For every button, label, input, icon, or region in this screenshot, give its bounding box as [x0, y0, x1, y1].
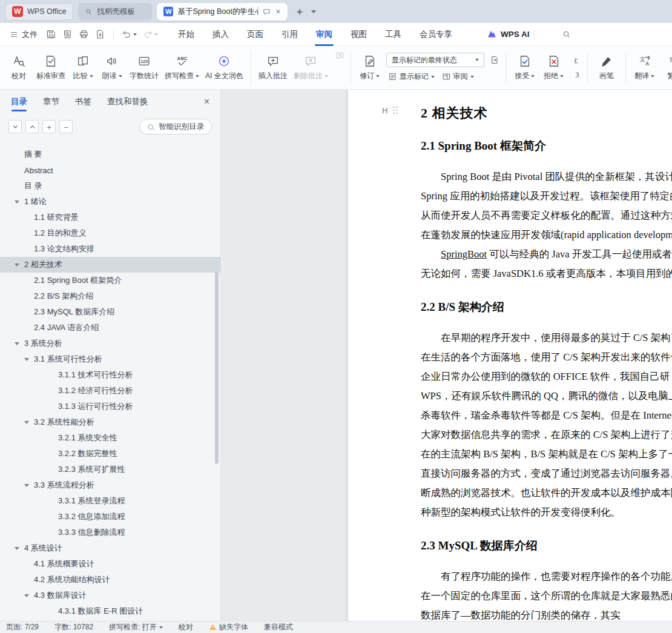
sidebar-tab[interactable]: 目录 — [11, 90, 27, 114]
menu-tab[interactable]: 开始 — [169, 23, 203, 46]
toc-item[interactable]: 摘 要 — [0, 147, 220, 162]
compat-mode-indicator[interactable]: 兼容模式 — [264, 622, 293, 632]
expand-arrow-icon[interactable] — [24, 295, 34, 298]
menu-tab[interactable]: 审阅 — [307, 23, 341, 46]
doc-heading[interactable]: 2.3 MySQL 数据库介绍 — [421, 538, 672, 554]
doc-text-line[interactable]: 断成熟的浏览器技术。也让软件的开发成本以及维护成本降 — [421, 483, 672, 503]
expand-arrow-icon[interactable] — [24, 232, 34, 235]
sidebar-scrollbar[interactable] — [215, 271, 219, 464]
toc-item[interactable]: 3.3.2 信息添加流程 — [0, 509, 220, 525]
markup-state-dropdown[interactable]: 显示标记的最终状态 — [386, 53, 484, 67]
toc-item[interactable]: 4.1 系统概要设计 — [0, 556, 220, 572]
toc-item[interactable]: 1.1 研究背景 — [0, 210, 220, 225]
expand-arrow-icon[interactable] — [24, 578, 34, 582]
document-page[interactable]: H 2 相关技术2.1 Spring Boot 框架简介Spring Boot … — [348, 90, 672, 621]
toc-item[interactable]: Abstract — [0, 162, 220, 178]
print-preview-button[interactable] — [60, 27, 75, 42]
previous-change-button[interactable] — [570, 56, 583, 66]
expand-arrow-icon[interactable] — [15, 169, 24, 172]
smart-toc-button[interactable]: 智能识别目录 — [139, 119, 212, 134]
toc-item[interactable]: 3.3.3 信息删除流程 — [0, 525, 220, 540]
toc-item[interactable]: 4.3 数据库设计 — [0, 588, 220, 603]
menu-tab[interactable]: 引用 — [272, 23, 307, 46]
undo-chevron-icon[interactable] — [133, 33, 137, 36]
doc-text-line[interactable]: 从而使开发人员不再需要定义样板化的配置。通过这种方式， — [421, 206, 672, 225]
home-tab[interactable]: W WPS Office — [5, 3, 73, 21]
standard-review-button[interactable]: 标准审查 — [33, 51, 68, 84]
toc-item[interactable]: 1.2 目的和意义 — [0, 225, 220, 241]
toc-item[interactable]: 4.2 系统功能结构设计 — [0, 572, 220, 588]
doc-text-line[interactable]: 在一个固定的仓库里面，这个所谓的仓库就是大家最熟悉的 — [421, 586, 672, 606]
redo-button[interactable] — [140, 27, 160, 42]
expand-arrow-icon[interactable] — [48, 468, 58, 471]
toc-item[interactable]: 2 相关技术 — [0, 257, 220, 273]
sidebar-tab[interactable]: 查找和替换 — [107, 90, 148, 114]
reject-button[interactable]: 拒绝 — [539, 51, 568, 84]
toc-item[interactable]: 3.1 系统可行性分析 — [0, 351, 220, 367]
underlined-text[interactable]: SpringBoot — [441, 248, 487, 260]
proofread-status[interactable]: 校对 — [179, 622, 193, 632]
doc-text-line[interactable]: Spring 应用的初始搭建以及开发过程。该框架使用了特定的 — [421, 187, 672, 206]
doc-text-line[interactable]: 杀毒软件，瑞金杀毒软件等都是 C/S 架构。但是在 Internet 网 — [421, 406, 672, 425]
expand-arrow-icon[interactable] — [15, 263, 24, 267]
close-tab-icon[interactable]: × — [275, 7, 281, 16]
expand-all-button[interactable] — [8, 120, 22, 133]
menu-tab[interactable]: 工具 — [376, 23, 410, 46]
doc-text-line[interactable]: 企业日常办公使用到的微软的 OFFICE 软件，我国自己研 — [421, 367, 672, 386]
toc-item[interactable]: 4.3.1 数据库 E-R 图设计 — [0, 603, 220, 619]
doc-text-line[interactable]: 大家对数据信息共享的需求，在原来的 C/S 架构上进行了升级 — [421, 425, 672, 445]
toc-item[interactable]: 1.3 论文结构安排 — [0, 241, 220, 257]
next-change-button[interactable] — [570, 70, 583, 80]
expand-arrow-icon[interactable] — [24, 216, 34, 219]
expand-arrow-icon[interactable] — [48, 452, 58, 456]
toc-item[interactable]: 3.1.3 运行可行性分析 — [0, 399, 220, 414]
translate-button[interactable]: 文A 翻译 — [630, 51, 659, 84]
page-indicator[interactable]: 页面: 7/29 — [6, 622, 39, 632]
collapse-all-button[interactable] — [25, 120, 39, 133]
menu-tab[interactable]: 插入 — [203, 23, 238, 46]
document-tab[interactable]: W 基于Spring Boot的学生心理 × — [157, 3, 288, 21]
toc-item[interactable]: 2.4 JAVA 语言介绍 — [0, 320, 220, 336]
expand-arrow-icon[interactable] — [48, 389, 58, 393]
doc-text-line[interactable]: WPS，还有娱乐软件腾讯的 QQ，腾讯的微信，以及电脑上安 — [421, 386, 672, 406]
next-comment-button[interactable] — [333, 50, 346, 61]
search-button[interactable] — [562, 30, 572, 39]
spell-check-status[interactable]: 拼写检查: 打开 — [109, 622, 163, 632]
expand-arrow-icon[interactable] — [48, 437, 58, 440]
expand-arrow-icon[interactable] — [48, 500, 58, 503]
wps-ai-button[interactable]: WPS AI — [487, 29, 530, 39]
toc-item[interactable]: 3.1.1 技术可行性分析 — [0, 367, 220, 383]
expand-arrow-icon[interactable] — [15, 153, 24, 156]
proofread-button[interactable]: 校对 — [4, 51, 33, 84]
expand-arrow-icon[interactable] — [24, 594, 34, 597]
expand-arrow-icon[interactable] — [24, 279, 34, 282]
toc-item[interactable]: 3.2.1 系统安全性 — [0, 430, 220, 446]
delete-comment-button[interactable]: 删除批注 — [291, 51, 331, 84]
expand-arrow-icon[interactable] — [15, 201, 24, 204]
expand-arrow-icon[interactable] — [48, 610, 58, 613]
expand-arrow-icon[interactable] — [24, 484, 34, 487]
word-count-button[interactable]: 123 字数统计 — [127, 51, 162, 84]
ai-polish-button[interactable]: AI 全文润色 — [202, 51, 246, 84]
convert-simplified-traditional-button[interactable]: 简 繁 — [659, 51, 672, 84]
expand-arrow-icon[interactable] — [24, 421, 34, 424]
menu-tab[interactable]: 会员专享 — [410, 23, 461, 46]
toc-item[interactable]: 3.1.2 经济可行性分析 — [0, 383, 220, 399]
expand-arrow-icon[interactable] — [15, 547, 24, 550]
print-button[interactable] — [76, 27, 91, 42]
compare-button[interactable]: 比较 — [68, 51, 97, 84]
read-aloud-button[interactable]: 朗读 — [97, 51, 127, 84]
zoom-out-toc-button[interactable]: － — [59, 120, 73, 133]
expand-arrow-icon[interactable] — [24, 326, 34, 330]
insert-comment-button[interactable]: 插入批注 — [255, 51, 291, 84]
doc-text-line[interactable]: Spring Boot 是由 Pivotal 团队提供的全新框架，其设计 — [421, 167, 672, 187]
expand-arrow-icon[interactable] — [15, 185, 24, 188]
review-pane-button[interactable]: 审阅 — [440, 71, 476, 82]
tab-list-chevron-icon[interactable] — [311, 10, 316, 13]
toc-item[interactable]: 3.3 系统流程分析 — [0, 477, 220, 493]
toc-item[interactable]: 3.3.1 系统登录流程 — [0, 493, 220, 509]
toc-item[interactable]: 4 系统设计 — [0, 540, 220, 556]
template-search-tab[interactable]: 找稻壳模板 — [78, 3, 152, 21]
doc-heading[interactable]: 2.1 Spring Boot 框架简介 — [421, 138, 672, 154]
toc-item[interactable]: 1 绪论 — [0, 194, 220, 210]
